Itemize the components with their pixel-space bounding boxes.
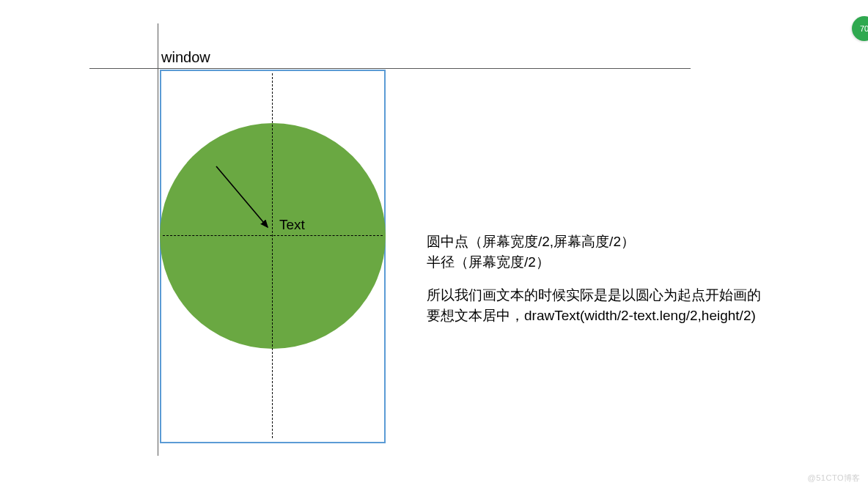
arrow-to-center-icon xyxy=(205,158,286,238)
x-axis-line xyxy=(89,68,691,69)
explain-line-2: 半径（屏幕宽度/2） xyxy=(427,252,845,273)
y-axis-line xyxy=(158,23,158,456)
window-label: window xyxy=(161,49,210,66)
explanation-text: 圆中点（屏幕宽度/2,屏幕高度/2） 半径（屏幕宽度/2） 所以我们画文本的时候… xyxy=(427,232,845,325)
center-text-label: Text xyxy=(279,217,305,233)
page-badge: 70 xyxy=(852,16,868,41)
svg-line-0 xyxy=(216,166,268,227)
diagram-canvas: window Text 圆中点（屏幕宽度/2,屏幕高度/2） 半径（屏幕宽度/2… xyxy=(0,0,868,488)
badge-text: 70 xyxy=(860,24,868,33)
center-vertical-dashed xyxy=(272,73,273,438)
watermark-text: @51CTO博客 xyxy=(808,473,861,484)
explain-line-1: 圆中点（屏幕宽度/2,屏幕高度/2） xyxy=(427,232,845,252)
explain-line-3: 所以我们画文本的时候实际是是以圆心为起点开始画的 xyxy=(427,285,845,306)
explain-line-4: 要想文本居中，drawText(width/2-text.leng/2,heig… xyxy=(427,306,845,326)
